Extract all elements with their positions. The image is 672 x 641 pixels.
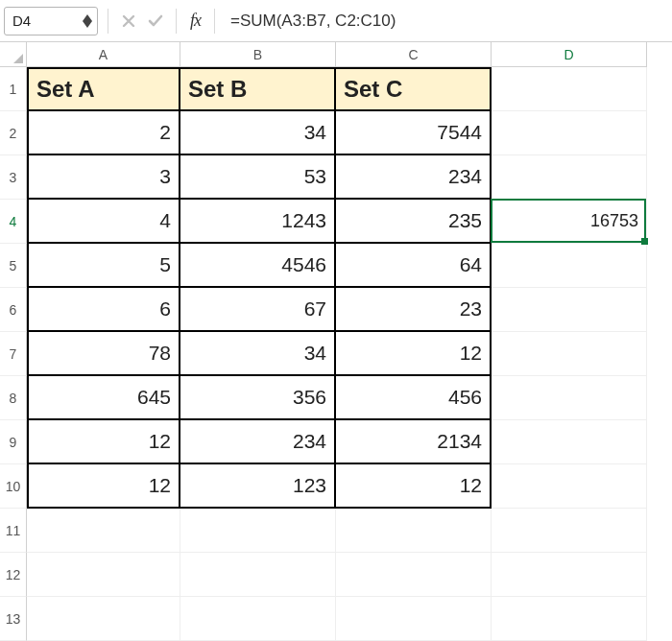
cell-C2[interactable]: 7544	[336, 111, 492, 155]
cell-A4[interactable]: 4	[27, 200, 180, 244]
column-header-C[interactable]: C	[336, 42, 492, 67]
svg-marker-0	[83, 14, 92, 21]
cell-A6[interactable]: 6	[27, 288, 180, 332]
column-header-A[interactable]: A	[27, 42, 180, 67]
cell-D9[interactable]	[492, 420, 647, 464]
cell-B4[interactable]: 1243	[180, 200, 336, 244]
cell-D8[interactable]	[492, 376, 647, 420]
cell-D13[interactable]	[492, 597, 647, 641]
cell-A9[interactable]: 12	[27, 420, 180, 464]
cell-C12[interactable]	[336, 553, 492, 597]
row-header-11[interactable]: 11	[0, 509, 27, 553]
cell-D1[interactable]	[492, 67, 647, 111]
cell-A12[interactable]	[27, 553, 180, 597]
cell-B7[interactable]: 34	[180, 332, 336, 376]
cancel-formula-button[interactable]	[118, 11, 139, 32]
cell-A2[interactable]: 2	[27, 111, 180, 155]
cell-A3[interactable]: 3	[27, 155, 180, 200]
svg-marker-1	[83, 21, 92, 28]
cell-B9[interactable]: 234	[180, 420, 336, 464]
check-icon	[147, 12, 164, 30]
row-header-5[interactable]: 5	[0, 244, 27, 288]
separator	[214, 9, 215, 34]
cell-C7[interactable]: 12	[336, 332, 492, 376]
cell-C1[interactable]: Set C	[336, 67, 492, 111]
name-box-stepper[interactable]	[82, 10, 93, 33]
chevron-down-icon	[83, 21, 92, 28]
cell-C3[interactable]: 234	[336, 155, 492, 200]
cell-B5[interactable]: 4546	[180, 244, 336, 288]
row-header-3[interactable]: 3	[0, 155, 27, 200]
fx-label: fx	[186, 11, 204, 31]
close-icon	[121, 13, 136, 29]
name-box-value: D4	[12, 12, 31, 29]
cell-B10[interactable]: 123	[180, 464, 336, 509]
column-header-D[interactable]: D	[492, 42, 647, 67]
cell-A1[interactable]: Set A	[27, 67, 180, 111]
cell-D2[interactable]	[492, 111, 647, 155]
cell-A13[interactable]	[27, 597, 180, 641]
select-all-corner[interactable]	[0, 42, 27, 67]
row-header-8[interactable]: 8	[0, 376, 27, 420]
row-header-13[interactable]: 13	[0, 597, 27, 641]
cell-C11[interactable]	[336, 509, 492, 553]
formula-bar: D4 fx	[0, 0, 672, 42]
cell-B12[interactable]	[180, 553, 336, 597]
row-header-1[interactable]: 1	[0, 67, 27, 111]
row-header-9[interactable]: 9	[0, 420, 27, 464]
row-header-2[interactable]: 2	[0, 111, 27, 155]
cell-A7[interactable]: 78	[27, 332, 180, 376]
cell-D11[interactable]	[492, 509, 647, 553]
cell-B1[interactable]: Set B	[180, 67, 336, 111]
cell-C6[interactable]: 23	[336, 288, 492, 332]
cell-B13[interactable]	[180, 597, 336, 641]
cell-A10[interactable]: 12	[27, 464, 180, 509]
separator	[176, 9, 177, 34]
cell-C4[interactable]: 235	[336, 200, 492, 244]
accept-formula-button[interactable]	[145, 11, 166, 32]
row-header-12[interactable]: 12	[0, 553, 27, 597]
spreadsheet-grid[interactable]: ABCD1Set ASet BSet C22347544335323444124…	[0, 42, 672, 641]
row-header-7[interactable]: 7	[0, 332, 27, 376]
cell-A8[interactable]: 645	[27, 376, 180, 420]
cell-D10[interactable]	[492, 464, 647, 509]
cell-B2[interactable]: 34	[180, 111, 336, 155]
cell-C5[interactable]: 64	[336, 244, 492, 288]
cell-C13[interactable]	[336, 597, 492, 641]
column-header-B[interactable]: B	[180, 42, 336, 67]
cell-B8[interactable]: 356	[180, 376, 336, 420]
cell-D6[interactable]	[492, 288, 647, 332]
cell-D7[interactable]	[492, 332, 647, 376]
name-box[interactable]: D4	[4, 7, 98, 36]
formula-input[interactable]	[225, 7, 666, 36]
cell-D5[interactable]	[492, 244, 647, 288]
cell-D4[interactable]: 16753	[492, 200, 647, 244]
cell-B3[interactable]: 53	[180, 155, 336, 200]
cell-B6[interactable]: 67	[180, 288, 336, 332]
cell-D12[interactable]	[492, 553, 647, 597]
cell-D3[interactable]	[492, 155, 647, 200]
row-header-6[interactable]: 6	[0, 288, 27, 332]
cell-A5[interactable]: 5	[27, 244, 180, 288]
chevron-up-icon	[83, 14, 92, 21]
separator	[108, 9, 108, 34]
row-header-4[interactable]: 4	[0, 200, 27, 244]
cell-A11[interactable]	[27, 509, 180, 553]
cell-C8[interactable]: 456	[336, 376, 492, 420]
cell-C9[interactable]: 2134	[336, 420, 492, 464]
cell-C10[interactable]: 12	[336, 464, 492, 509]
cell-B11[interactable]	[180, 509, 336, 553]
row-header-10[interactable]: 10	[0, 464, 27, 509]
